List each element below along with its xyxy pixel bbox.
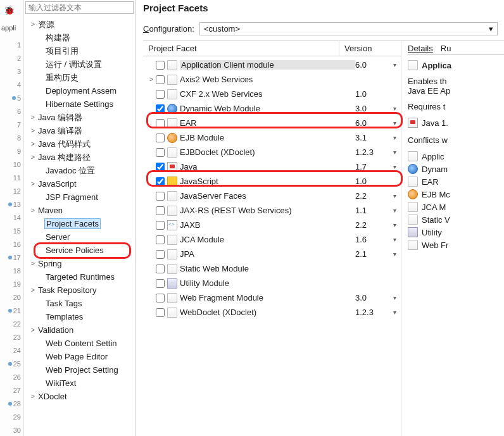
facet-checkbox[interactable]: [156, 192, 165, 201]
facet-row[interactable]: JAX-RS (REST Web Services)1.1▾: [143, 203, 401, 218]
tree-item[interactable]: >Validation: [24, 323, 135, 337]
tree-item-label: 运行 / 调试设置: [44, 59, 103, 70]
facet-version: 1.7: [355, 162, 388, 171]
facet-name: EAR: [180, 118, 355, 128]
facet-row[interactable]: JPA2.1▾: [143, 247, 401, 261]
facet-row[interactable]: Utility Module: [143, 276, 401, 290]
chevron-down-icon[interactable]: ▾: [388, 294, 401, 301]
tree-item[interactable]: Deployment Assem: [24, 84, 135, 97]
chevron-down-icon[interactable]: ▾: [388, 192, 401, 199]
facet-row[interactable]: JavaScript1.0: [143, 174, 401, 189]
tree-item[interactable]: >资源: [24, 18, 135, 31]
tree-item[interactable]: WikiText: [24, 377, 135, 390]
tree-item[interactable]: >Task Repository: [24, 283, 135, 297]
i-cup-icon: [167, 162, 177, 172]
facet-checkbox[interactable]: [156, 148, 165, 157]
tree-item[interactable]: >Maven: [24, 204, 135, 217]
facet-checkbox[interactable]: [156, 119, 165, 128]
tree-item[interactable]: 重构历史: [24, 71, 135, 84]
conflict-item: JCA M: [408, 202, 504, 212]
filter-input[interactable]: [25, 1, 134, 14]
main-panel: Project Facets Configuration: <custom> ▾…: [135, 0, 504, 436]
chevron-down-icon[interactable]: ▾: [388, 163, 401, 170]
facet-row[interactable]: Dynamic Web Module3.0▾: [143, 101, 401, 116]
tree-item[interactable]: Targeted Runtimes: [24, 270, 135, 283]
tab-details[interactable]: Details: [408, 44, 433, 53]
chevron-down-icon[interactable]: ▾: [388, 251, 401, 258]
facet-row[interactable]: Application Client module6.0▾: [143, 58, 401, 72]
chevron-down-icon[interactable]: ▾: [388, 134, 401, 141]
tree-item[interactable]: 项目引用: [24, 44, 135, 58]
tree-item[interactable]: Web Project Setting: [24, 363, 135, 377]
facet-row[interactable]: WebDoclet (XDoclet)1.2.3▾: [143, 305, 401, 320]
facet-row[interactable]: Web Fragment Module3.0▾: [143, 290, 401, 305]
facet-checkbox[interactable]: [156, 308, 165, 317]
line-number: 23: [0, 330, 23, 344]
facet-checkbox[interactable]: [156, 265, 165, 273]
facet-row[interactable]: EJBDoclet (XDoclet)1.2.3▾: [143, 145, 401, 159]
facet-checkbox[interactable]: [156, 294, 165, 302]
tree-item[interactable]: >Java 代码样式: [24, 137, 135, 151]
tree-item[interactable]: Web Content Settin: [24, 337, 135, 350]
facet-checkbox[interactable]: [156, 206, 165, 215]
tree-item[interactable]: Javadoc 位置: [24, 164, 135, 177]
facet-row[interactable]: EJB Module3.1▾: [143, 130, 401, 145]
facet-row[interactable]: Static Web Module: [143, 261, 401, 276]
chevron-down-icon[interactable]: ▾: [388, 236, 401, 243]
tree-item[interactable]: 构建器: [24, 31, 135, 44]
tree-item-label: Spring: [37, 259, 63, 268]
facet-row[interactable]: JCA Module1.6▾: [143, 232, 401, 247]
facet-row[interactable]: JavaServer Faces2.2▾: [143, 189, 401, 203]
facet-row[interactable]: Java1.7▾: [143, 159, 401, 174]
tree-item[interactable]: 运行 / 调试设置: [24, 58, 135, 71]
tree-item[interactable]: Server: [24, 230, 135, 244]
tree-item[interactable]: >Spring: [24, 257, 135, 270]
tree-item[interactable]: Service Policies: [24, 244, 135, 257]
tree-item[interactable]: Web Page Editor: [24, 350, 135, 363]
expand-icon: >: [147, 76, 156, 83]
tree-item[interactable]: Task Tags: [24, 297, 135, 310]
line-number: 22: [0, 317, 23, 330]
tree-item[interactable]: JSP Fragment: [24, 190, 135, 204]
tree-item[interactable]: >Java 编辑器: [24, 111, 135, 124]
facet-header-name[interactable]: Project Facet: [143, 41, 339, 56]
facet-checkbox[interactable]: [156, 134, 165, 142]
facet-checkbox[interactable]: [156, 279, 165, 288]
facet-row[interactable]: CXF 2.x Web Services1.0: [143, 87, 401, 101]
facet-checkbox[interactable]: [156, 90, 165, 99]
facet-row[interactable]: EAR6.0▾: [143, 116, 401, 130]
chevron-down-icon[interactable]: ▾: [388, 61, 401, 68]
tree-item-label: 重构历史: [44, 72, 80, 84]
configuration-select[interactable]: <custom> ▾: [199, 22, 498, 35]
facet-checkbox[interactable]: [156, 75, 165, 84]
facet-checkbox[interactable]: [156, 177, 165, 186]
chevron-down-icon[interactable]: ▾: [388, 105, 401, 112]
facet-checkbox[interactable]: [156, 250, 165, 259]
facet-checkbox[interactable]: [156, 235, 165, 244]
chevron-down-icon[interactable]: ▾: [388, 120, 401, 127]
tree-item[interactable]: Templates: [24, 310, 135, 323]
tab-runtimes[interactable]: Ru: [441, 44, 451, 53]
tree-item[interactable]: >Java 编译器: [24, 124, 135, 137]
chevron-down-icon[interactable]: ▾: [388, 207, 401, 214]
tree-item[interactable]: >XDoclet: [24, 390, 135, 403]
chevron-down-icon[interactable]: ▾: [388, 221, 401, 228]
tree-item[interactable]: Hibernate Settings: [24, 97, 135, 111]
facet-name: JavaServer Faces: [180, 191, 355, 201]
chevron-down-icon[interactable]: ▾: [388, 149, 401, 156]
facet-checkbox[interactable]: [156, 61, 165, 70]
tree-item[interactable]: >Java 构建路径: [24, 151, 135, 164]
facet-checkbox[interactable]: [156, 163, 165, 171]
facet-header-version[interactable]: Version: [339, 41, 401, 56]
facet-row[interactable]: JAXB2.2▾: [143, 218, 401, 232]
properties-tree: >资源构建器项目引用运行 / 调试设置重构历史Deployment AssemH…: [24, 0, 135, 436]
tree-item[interactable]: Project Facets: [24, 217, 135, 230]
facet-checkbox[interactable]: [156, 104, 165, 113]
chevron-down-icon[interactable]: ▾: [388, 309, 401, 316]
facet-name: JAXB: [180, 220, 355, 230]
facet-version: 3.0: [355, 104, 388, 113]
facet-name: EJBDoclet (XDoclet): [180, 147, 355, 157]
facet-checkbox[interactable]: [156, 221, 165, 230]
tree-item[interactable]: >JavaScript: [24, 177, 135, 190]
facet-row[interactable]: >Axis2 Web Services: [143, 72, 401, 87]
